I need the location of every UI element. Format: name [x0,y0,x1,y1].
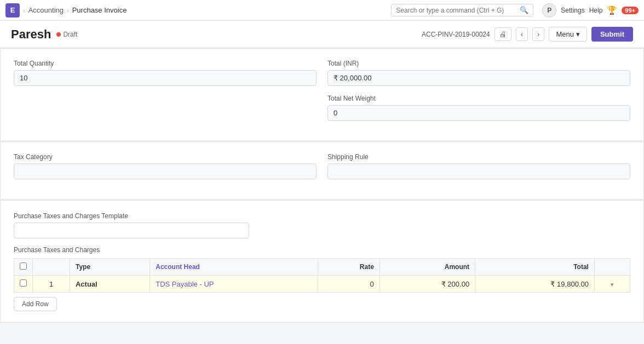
search-box[interactable]: 🔍 [391,4,533,16]
row-checkbox[interactable] [20,279,27,287]
table-header-row: Type Account Head Rate Amount Total [14,259,630,276]
help-button[interactable]: Help [589,7,603,14]
col-header-num [33,259,70,276]
table-row: 1 Actual TDS Payable - UP 0 ₹ 200.00 ₹ 1… [14,276,630,293]
prev-button[interactable]: ‹ [516,27,528,41]
doc-id: ACC-PINV-2019-00024 [422,31,490,38]
col-header-action [594,259,630,276]
row-dropdown-cell[interactable]: ▾ [594,276,630,293]
doc-header-right: ACC-PINV-2019-00024 🖨 ‹ › Menu ▾ Submit [422,27,633,42]
brand-logo[interactable]: E [5,3,20,18]
settings-button[interactable]: Settings [561,7,584,14]
template-group: Purchase Taxes and Charges Template [14,212,630,238]
tax-category-label: Tax Category [14,153,317,161]
totals-section: Total Quantity Total (INR) Total Net Wei… [0,48,644,141]
total-quantity-group: Total Quantity [14,60,317,86]
type-value: Actual [76,280,97,288]
col-header-type: Type [70,259,150,276]
tax-shipping-row: Tax Category Shipping Rule [14,153,630,179]
doc-header: Paresh Draft ACC-PINV-2019-00024 🖨 ‹ › M… [0,21,644,48]
doc-title: Paresh [11,27,51,42]
print-button[interactable]: 🖨 [495,27,511,41]
col-header-total: Total [475,259,595,276]
row-checkbox-cell[interactable] [14,276,33,293]
breadcrumb-chevron-1: › [23,7,25,14]
col-header-account-head: Account Head [150,259,318,276]
row-number: 1 [33,276,70,293]
navbar-right: P Settings Help 🏆 99+ [542,3,639,18]
avatar[interactable]: P [542,3,556,18]
total-quantity-label: Total Quantity [14,60,317,67]
col-header-rate: Rate [318,259,380,276]
row-type: Actual [70,276,150,293]
row-total: ₹ 19,800.00 [475,276,595,293]
total-net-weight-group: Total Net Weight [327,95,630,121]
draft-dot [56,32,61,37]
shipping-rule-group: Shipping Rule [327,153,630,179]
charges-table: Type Account Head Rate Amount Total 1 [14,258,630,293]
account-head-value: TDS Payable - UP [156,280,214,288]
status-label: Draft [63,31,77,38]
menu-button[interactable]: Menu ▾ [549,27,587,42]
status-badge: Draft [56,31,77,38]
notification-badge[interactable]: 99+ [622,7,639,14]
purchase-taxes-template-input[interactable] [14,223,249,238]
add-row-button[interactable]: Add Row [14,297,57,311]
trophy-icon: 🏆 [607,5,617,15]
search-icon: 🔍 [520,6,528,14]
search-input[interactable] [396,7,516,14]
row-amount: ₹ 200.00 [380,276,475,293]
tax-shipping-section: Tax Category Shipping Rule [0,142,644,200]
row-account-head: TDS Payable - UP [150,276,318,293]
total-inr-input [327,70,630,86]
breadcrumb-chevron-2: › [67,7,69,14]
col-header-amount: Amount [380,259,475,276]
submit-button[interactable]: Submit [591,27,633,42]
tax-category-group: Tax Category [14,153,317,179]
total-inr-group: Total (INR) [327,60,630,86]
breadcrumb-accounting[interactable]: Accounting [28,6,64,14]
row-dropdown-icon[interactable]: ▾ [611,281,614,288]
navbar: E › Accounting › Purchase Invoice 🔍 P Se… [0,0,644,21]
shipping-rule-input[interactable] [327,164,630,179]
tax-category-input[interactable] [14,164,317,179]
total-quantity-input [14,70,317,86]
total-net-weight-input [327,105,630,121]
purchase-taxes-table-section: Purchase Taxes and Charges Type Account … [14,246,630,311]
next-button[interactable]: › [532,27,544,41]
totals-row: Total Quantity Total (INR) [14,60,630,86]
purchase-taxes-template-label: Purchase Taxes and Charges Template [14,212,128,220]
breadcrumb-purchase-invoice: Purchase Invoice [72,6,127,14]
shipping-rule-label: Shipping Rule [327,153,630,161]
charges-table-body: 1 Actual TDS Payable - UP 0 ₹ 200.00 ₹ 1… [14,276,630,293]
purchase-taxes-section: Purchase Taxes and Charges Template Purc… [0,200,644,323]
net-weight-row: Total Net Weight [14,95,630,121]
select-all-checkbox[interactable] [20,263,27,270]
col-header-checkbox [14,259,33,276]
total-net-weight-label: Total Net Weight [327,95,630,102]
purchase-taxes-table-title: Purchase Taxes and Charges [14,246,630,254]
row-rate: 0 [318,276,380,293]
menu-chevron-icon: ▾ [576,30,580,38]
total-inr-label: Total (INR) [327,60,630,67]
main-content: Total Quantity Total (INR) Total Net Wei… [0,48,644,323]
